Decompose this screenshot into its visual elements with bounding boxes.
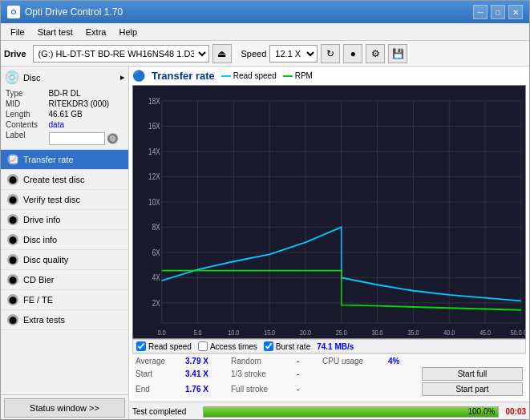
start-value: 3.41 X: [185, 370, 229, 378]
access-times-checkbox[interactable]: [198, 341, 208, 351]
drive-select[interactable]: (G:) HL-DT-ST BD-RE WH16NS48 1.D3: [33, 45, 209, 63]
chart-container: 🔵 Transfer rate Read speed RPM: [129, 67, 529, 402]
status-btn-area: Status window >>: [1, 394, 128, 420]
disc-icon: 💿: [4, 70, 20, 85]
eject-button[interactable]: ⏏: [212, 44, 232, 63]
burst-rate-checkbox[interactable]: [264, 341, 273, 351]
time-display: 00:03: [505, 407, 526, 416]
burst-rate-checkbox-text: Burst rate: [276, 342, 310, 351]
end-label: End: [136, 385, 184, 394]
burst-rate-checkbox-label[interactable]: Burst rate: [264, 341, 310, 351]
svg-text:5.0: 5.0: [194, 329, 202, 337]
create-disc-icon: ⬤: [7, 174, 18, 185]
nav-disc-quality[interactable]: ⬤ Disc quality: [1, 250, 128, 270]
menu-file[interactable]: File: [4, 26, 31, 38]
settings-button[interactable]: ⚙: [366, 44, 385, 63]
record-button[interactable]: ●: [343, 44, 362, 63]
label-label: Label: [4, 130, 47, 146]
svg-text:12X: 12X: [148, 172, 160, 181]
full-stroke-label: Full stroke: [231, 385, 295, 394]
read-speed-checkbox-label[interactable]: Read speed: [136, 341, 192, 351]
sidebar: 💿 Disc ▸ Type BD-R DL MID RITEKDR3 (000)…: [1, 67, 129, 420]
menubar: File Start test Extra Help: [1, 23, 529, 41]
progress-fill: [204, 407, 498, 417]
disc-panel-title: Disc: [23, 73, 40, 83]
status-window-button[interactable]: Status window >>: [4, 398, 125, 418]
nav-label-disc-quality: Disc quality: [23, 255, 68, 265]
access-times-checkbox-text: Access times: [210, 342, 257, 351]
legend-rpm: RPM: [283, 71, 313, 80]
nav-label-disc-info: Disc info: [23, 235, 57, 244]
label-emoji-icon[interactable]: 🔘: [107, 133, 119, 144]
legend-read-speed-color: [221, 75, 231, 77]
speed-select[interactable]: 12.1 X: [269, 45, 318, 63]
menu-extra[interactable]: Extra: [79, 26, 113, 38]
avg-label: Average: [136, 357, 184, 365]
cd-bier-icon: ⬤: [7, 274, 18, 285]
svg-text:15.0: 15.0: [264, 329, 275, 337]
legend-read-speed-label: Read speed: [233, 71, 277, 80]
end-value: 1.76 X: [185, 385, 229, 394]
disc-info-nav-icon: ⬤: [7, 234, 18, 245]
drive-info-icon: ⬤: [7, 214, 18, 225]
svg-text:20.0: 20.0: [300, 329, 311, 337]
nav-cd-bier[interactable]: ⬤ CD Bier: [1, 270, 128, 290]
maximize-button[interactable]: □: [491, 5, 505, 19]
stats-row-1: Average 3.79 X Random - CPU usage 4%: [136, 356, 523, 366]
minimize-button[interactable]: ─: [473, 5, 488, 19]
contents-label: Contents: [4, 119, 47, 130]
start-part-button[interactable]: Start part: [422, 382, 523, 396]
menu-help[interactable]: Help: [112, 26, 144, 38]
cpu-label: CPU usage: [322, 357, 386, 365]
nav-extra-tests[interactable]: ⬤ Extra tests: [1, 310, 128, 330]
start-full-button[interactable]: Start full: [422, 367, 523, 381]
nav-label-verify-disc: Verify test disc: [23, 195, 80, 204]
transfer-rate-icon: 📈: [7, 154, 18, 165]
save-button[interactable]: 💾: [388, 44, 407, 63]
stats-row-3: End 1.76 X Full stroke - Start part: [136, 382, 523, 397]
disc-panel: 💿 Disc ▸ Type BD-R DL MID RITEKDR3 (000)…: [1, 67, 128, 150]
read-speed-checkbox-text: Read speed: [148, 342, 192, 351]
legend-read-speed: Read speed: [221, 71, 277, 80]
progress-bar: 100.0%: [203, 406, 499, 418]
svg-rect-0: [133, 86, 525, 338]
nav-disc-info[interactable]: ⬤ Disc info: [1, 230, 128, 250]
nav-create-test-disc[interactable]: ⬤ Create test disc: [1, 170, 128, 190]
chart-header: 🔵 Transfer rate Read speed RPM: [132, 70, 526, 82]
disc-quality-icon: ⬤: [7, 254, 18, 265]
speed-label: Speed: [241, 49, 267, 59]
svg-text:10.0: 10.0: [228, 329, 239, 337]
menu-start-test[interactable]: Start test: [31, 26, 79, 38]
svg-text:40.0: 40.0: [443, 329, 455, 337]
svg-text:30.0: 30.0: [372, 329, 383, 337]
svg-text:14X: 14X: [148, 147, 160, 156]
content-area: 🔵 Transfer rate Read speed RPM: [129, 67, 529, 420]
full-stroke-value: -: [297, 385, 321, 394]
burst-rate-value: 74.1 MB/s: [317, 342, 354, 351]
svg-text:50.0 GB: 50.0 GB: [511, 329, 525, 337]
legend-rpm-label: RPM: [295, 71, 313, 80]
type-value: BD-R DL: [47, 88, 125, 99]
progress-label: 100.0%: [468, 407, 496, 417]
nav-fe-te[interactable]: ⬤ FE / TE: [1, 290, 128, 310]
svg-text:8X: 8X: [152, 223, 160, 232]
close-button[interactable]: ✕: [508, 5, 523, 19]
svg-text:10X: 10X: [148, 198, 160, 207]
refresh-button[interactable]: ↻: [321, 44, 340, 63]
disc-expand-icon[interactable]: ▸: [120, 72, 125, 83]
contents-value[interactable]: data: [49, 120, 64, 129]
nav-transfer-rate[interactable]: 📈 Transfer rate: [1, 150, 128, 170]
nav-label-fe-te: FE / TE: [23, 295, 53, 305]
mid-value: RITEKDR3 (000): [47, 99, 125, 109]
read-speed-checkbox[interactable]: [136, 341, 146, 351]
mid-label: MID: [4, 99, 47, 109]
access-times-checkbox-label[interactable]: Access times: [198, 341, 257, 351]
nav-verify-test-disc[interactable]: ⬤ Verify test disc: [1, 190, 128, 210]
random-value: -: [297, 357, 321, 365]
cpu-value: 4%: [388, 357, 420, 365]
nav-drive-info[interactable]: ⬤ Drive info: [1, 210, 128, 230]
random-label: Random: [231, 357, 295, 365]
stats-row-2: Start 3.41 X 1/3 stroke - Start full: [136, 366, 523, 382]
window-controls: ─ □ ✕: [473, 5, 523, 19]
label-input[interactable]: [49, 132, 105, 145]
